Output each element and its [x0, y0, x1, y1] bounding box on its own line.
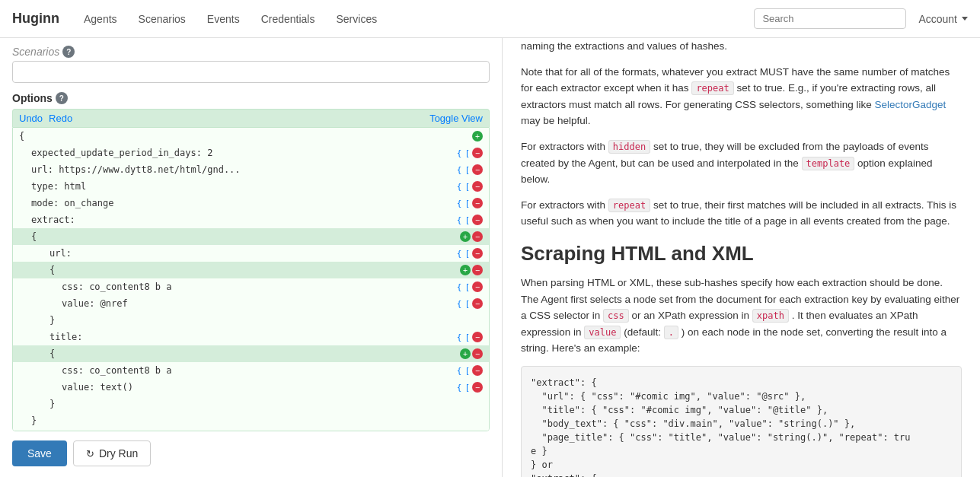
code-line-type: type: html { [ − — [13, 178, 489, 195]
account-label: Account — [918, 13, 957, 25]
options-label: Options ? — [12, 92, 490, 104]
account-menu[interactable]: Account — [918, 13, 968, 25]
remove-field-icon[interactable]: − — [472, 298, 483, 309]
dry-run-button[interactable]: ↻ Dry Run — [73, 440, 151, 466]
bracket-icon[interactable]: { — [456, 215, 463, 225]
save-button[interactable]: Save — [12, 440, 67, 466]
brace-icon[interactable]: [ — [464, 383, 471, 393]
search-container — [754, 8, 906, 29]
bracket-icon[interactable]: { — [456, 165, 463, 175]
code-line-expected: expected_update_period_in_days: 2 { [ − — [13, 145, 489, 161]
remove-field-icon[interactable]: − — [472, 148, 483, 158]
line-icons-url: { [ − — [456, 164, 483, 175]
scenarios-input[interactable] — [12, 61, 490, 83]
brace-icon[interactable]: [ — [464, 282, 471, 292]
options-help-icon[interactable]: ? — [56, 92, 68, 104]
code-line-url: url: https://www.dytt8.net/html/gnd... {… — [13, 161, 489, 178]
brace-icon[interactable]: [ — [464, 165, 471, 175]
remove-field-icon[interactable]: − — [472, 332, 483, 342]
bracket-icon[interactable]: { — [456, 366, 463, 376]
redo-button[interactable]: Redo — [49, 113, 72, 124]
bracket-icon[interactable]: { — [456, 182, 463, 192]
code-line-url-close: } — [13, 312, 489, 329]
remove-field-icon[interactable]: − — [472, 231, 483, 242]
brace-icon[interactable]: [ — [464, 332, 471, 342]
refresh-icon: ↻ — [86, 448, 94, 460]
remove-field-icon[interactable]: − — [472, 248, 483, 259]
options-label-text: Options — [12, 92, 53, 104]
line-icons-mode: { [ − — [456, 198, 483, 208]
code-block: "extract": { "url": { "css": "#comic img… — [521, 366, 962, 477]
brace-icon[interactable]: [ — [464, 249, 471, 259]
add-field-icon[interactable]: + — [472, 131, 483, 142]
line-icons-expected: { [ − — [456, 148, 483, 158]
value-code: value — [584, 326, 621, 339]
brace-icon[interactable]: [ — [464, 366, 471, 376]
remove-field-icon[interactable]: − — [472, 164, 483, 175]
remove-field-icon[interactable]: − — [472, 215, 483, 225]
remove-field-icon[interactable]: − — [472, 348, 483, 359]
code-line-url2: url: { [ − — [13, 245, 489, 262]
brace-icon[interactable]: [ — [464, 299, 471, 309]
code-line-title: title: { [ − — [13, 329, 489, 345]
doc-p4: When parsing HTML or XML, these sub-hash… — [521, 275, 962, 357]
scenarios-help-icon[interactable]: ? — [62, 46, 75, 58]
line-icons-url-open: + − — [460, 265, 483, 275]
code-line-mode: mode: on_change { [ − — [13, 195, 489, 211]
nav-services[interactable]: Services — [327, 7, 386, 31]
toggle-view-button[interactable]: Toggle View — [429, 113, 483, 124]
code-line-css1: css: co_content8 b a { [ − — [13, 278, 489, 295]
brace-icon[interactable]: [ — [464, 215, 471, 225]
brand-link[interactable]: Huginn — [12, 11, 59, 27]
css-code: css — [603, 309, 629, 323]
remove-field-icon[interactable]: − — [472, 382, 483, 393]
add-field-icon[interactable]: + — [460, 348, 471, 359]
editor-toolbar-left: Undo Redo — [19, 113, 72, 124]
remove-field-icon[interactable]: − — [472, 181, 483, 192]
remove-field-icon[interactable]: − — [472, 198, 483, 208]
brace-icon[interactable]: [ — [464, 182, 471, 192]
brace-icon[interactable]: [ — [464, 199, 471, 208]
editor-toolbar: Undo Redo Toggle View — [12, 109, 490, 127]
remove-field-icon[interactable]: − — [472, 281, 483, 292]
repeat-code-2: repeat — [608, 199, 650, 212]
line-icons-extract-open: + − — [460, 231, 483, 242]
undo-button[interactable]: Undo — [19, 113, 43, 124]
bracket-icon[interactable]: { — [456, 383, 463, 393]
scenarios-label-text: Scenarios — [12, 46, 59, 58]
remove-field-icon[interactable]: − — [472, 365, 483, 376]
editor-box[interactable]: { + expected_update_period_in_days: 2 { … — [12, 127, 490, 431]
doc-p2: For extractors with hidden set to true, … — [521, 138, 962, 188]
code-line-url-open: { + − — [13, 262, 489, 278]
scraping-heading: Scraping HTML and XML — [521, 242, 962, 266]
code-line-value2: value: text() { [ − — [13, 379, 489, 396]
add-field-icon[interactable]: + — [460, 231, 471, 242]
brace-icon[interactable]: [ — [464, 148, 471, 158]
bracket-icon[interactable]: { — [456, 148, 463, 158]
line-icons-type: { [ − — [456, 181, 483, 192]
left-panel: Scenarios ? Options ? Undo Redo Toggle V… — [0, 38, 503, 477]
bracket-icon[interactable]: { — [456, 332, 463, 342]
bracket-icon[interactable]: { — [456, 199, 463, 208]
nav-events[interactable]: Events — [198, 7, 249, 31]
dot-code: . — [664, 326, 678, 339]
search-input[interactable] — [754, 8, 906, 29]
nav-agents[interactable]: Agents — [75, 7, 126, 31]
line-icons-css2: { [ − — [456, 365, 483, 376]
code-line-content: { — [19, 131, 466, 142]
selector-gadget-link[interactable]: SelectorGadget — [874, 99, 946, 110]
code-line-title-open: { + − — [13, 345, 489, 362]
repeat-code-1: repeat — [691, 81, 733, 95]
nav-credentials[interactable]: Credentials — [252, 7, 324, 31]
remove-field-icon[interactable]: − — [472, 265, 483, 275]
add-field-icon[interactable]: + — [460, 265, 471, 275]
bracket-icon[interactable]: { — [456, 299, 463, 309]
code-line-extract-open: { + − — [13, 228, 489, 245]
line-icons: + — [472, 131, 483, 142]
doc-intro: naming the extractions and values of has… — [521, 38, 962, 55]
bracket-icon[interactable]: { — [456, 282, 463, 292]
nav-scenarios[interactable]: Scenarios — [129, 7, 195, 31]
account-caret-icon — [962, 17, 968, 21]
template-code: template — [802, 157, 855, 170]
bracket-icon[interactable]: { — [456, 249, 463, 259]
